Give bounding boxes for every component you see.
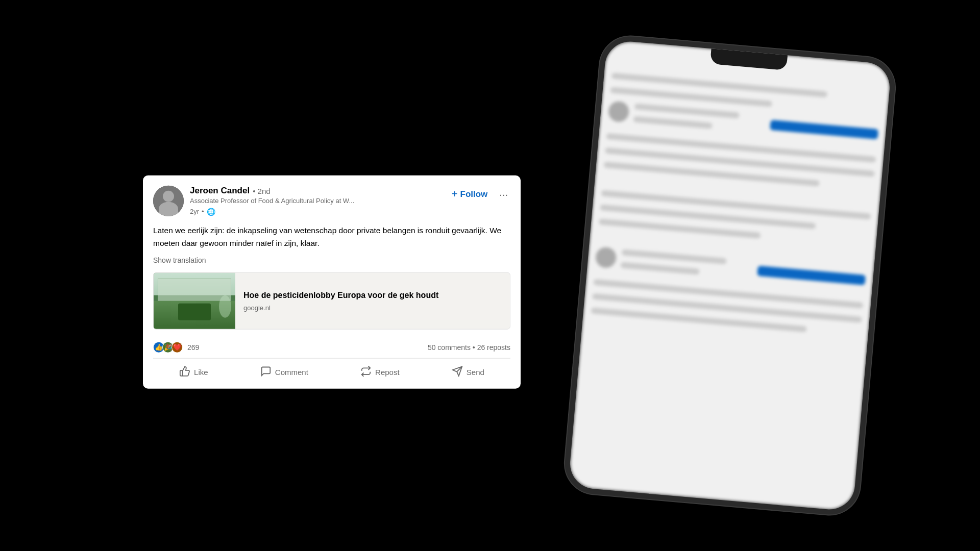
- avatar-silhouette: [153, 186, 184, 216]
- phone-mockup: [562, 34, 897, 517]
- phone-blur-line: [622, 249, 727, 264]
- phone-body: [562, 34, 897, 517]
- phone-text-stack: [633, 101, 766, 135]
- comment-label: Comment: [275, 367, 308, 376]
- follow-button[interactable]: + Follow: [448, 186, 492, 203]
- globe-icon: 🌐: [207, 208, 215, 216]
- linkedin-post-card: Jeroen Candel • 2nd Associate Professor …: [143, 176, 521, 389]
- phone-side-button: [885, 166, 889, 197]
- comments-count: 50 comments: [428, 343, 471, 351]
- reactions-separator: •: [473, 343, 477, 351]
- follow-label: Follow: [460, 189, 488, 199]
- like-button[interactable]: Like: [173, 361, 214, 382]
- phone-blur-line: [592, 293, 862, 323]
- comment-button[interactable]: Comment: [254, 361, 314, 382]
- show-translation-link[interactable]: Show translation: [153, 256, 510, 264]
- farm-spray: [219, 295, 231, 317]
- phone-avatar-2: [595, 246, 617, 268]
- repost-button[interactable]: Repost: [354, 361, 406, 382]
- support-reaction-icon: ❤️: [172, 341, 183, 353]
- phone-blur-line: [605, 147, 875, 177]
- send-label: Send: [467, 367, 484, 376]
- phone-blur-line: [634, 103, 740, 118]
- reaction-count: 269: [187, 343, 199, 351]
- repost-label: Repost: [375, 367, 400, 376]
- reactions-left[interactable]: 👍 🎉 ❤️ 269: [153, 341, 199, 353]
- author-info: Jeroen Candel • 2nd Associate Professor …: [190, 186, 354, 216]
- send-icon: [452, 365, 463, 378]
- follow-plus-icon: +: [452, 188, 458, 200]
- author-name-row: Jeroen Candel • 2nd: [190, 186, 354, 196]
- reactions-right[interactable]: 50 comments • 26 reposts: [428, 343, 510, 351]
- phone-blur-line: [633, 116, 712, 129]
- article-content: Hoe de pesticidenlobby Europa voor de ge…: [235, 272, 510, 329]
- send-button[interactable]: Send: [446, 361, 491, 382]
- more-icon: ···: [499, 188, 508, 199]
- post-header-actions: + Follow ···: [448, 186, 510, 203]
- author-title: Associate Professor of Food & Agricultur…: [190, 197, 354, 206]
- farm-tractor: [178, 304, 211, 320]
- like-label: Like: [194, 367, 208, 376]
- author-name[interactable]: Jeroen Candel: [190, 186, 250, 196]
- comment-icon: [260, 365, 272, 378]
- phone-screen: [568, 39, 892, 511]
- article-image: [154, 272, 235, 329]
- article-title: Hoe de pesticidenlobby Europa voor de ge…: [243, 290, 502, 301]
- connection-badge: • 2nd: [253, 186, 270, 195]
- article-source: google.nl: [243, 304, 502, 312]
- post-text: Laten we eerlijk zijn: de inkapseling va…: [153, 224, 510, 250]
- post-meta-dot: •: [202, 208, 204, 215]
- post-card-inner: Jeroen Candel • 2nd Associate Professor …: [143, 176, 521, 389]
- author-avatar[interactable]: [153, 186, 184, 216]
- reactions-row: 👍 🎉 ❤️ 269 50 comments • 26 reposts: [153, 336, 510, 358]
- more-options-button[interactable]: ···: [497, 186, 510, 202]
- repost-icon: [360, 365, 372, 378]
- phone-avatar: [608, 101, 630, 122]
- farm-scene: [154, 272, 235, 329]
- phone-blur-button: [770, 119, 878, 139]
- phone-blur-button-2: [757, 265, 866, 285]
- like-icon: [179, 365, 190, 378]
- action-buttons: Like Comment: [153, 359, 510, 388]
- post-author-section: Jeroen Candel • 2nd Associate Professor …: [153, 186, 354, 216]
- post-header: Jeroen Candel • 2nd Associate Professor …: [153, 186, 510, 216]
- article-preview[interactable]: Hoe de pesticidenlobby Europa voor de ge…: [153, 272, 510, 329]
- post-time: 2yr: [190, 208, 199, 215]
- reposts-count: 26 reposts: [477, 343, 510, 351]
- reaction-icons: 👍 🎉 ❤️: [153, 341, 183, 353]
- phone-blur-line: [620, 262, 699, 274]
- post-meta: 2yr • 🌐: [190, 208, 354, 216]
